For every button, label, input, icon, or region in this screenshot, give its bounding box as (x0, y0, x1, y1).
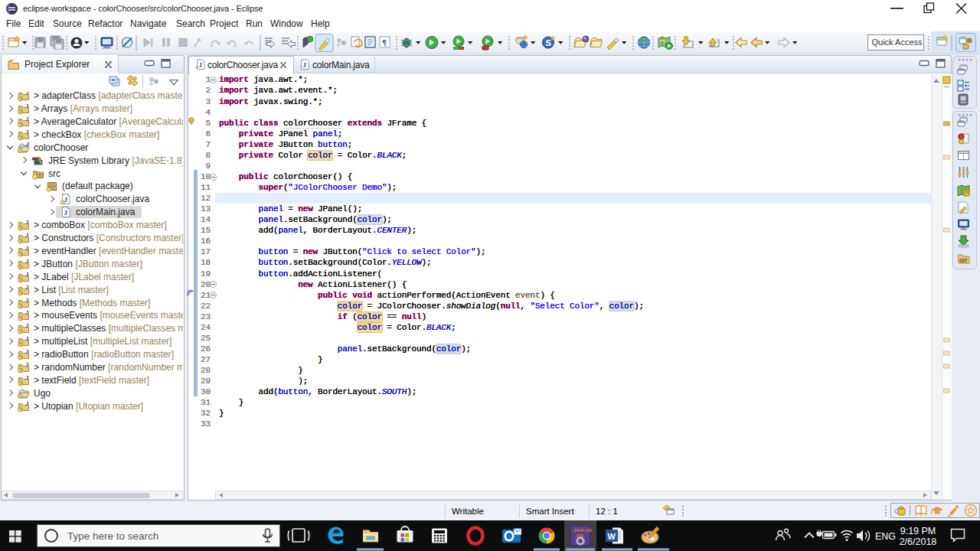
svg-text:Type here to search: Type here to search (67, 530, 158, 542)
svg-text:JAVA EE: JAVA EE (573, 528, 593, 533)
svg-text:9:19 PM: 9:19 PM (900, 526, 936, 536)
svg-text:W: W (608, 532, 616, 541)
svg-text:ENG: ENG (875, 531, 896, 542)
svg-text:GIT: GIT (959, 258, 968, 263)
svg-text:2/6/2018: 2/6/2018 (900, 536, 937, 547)
